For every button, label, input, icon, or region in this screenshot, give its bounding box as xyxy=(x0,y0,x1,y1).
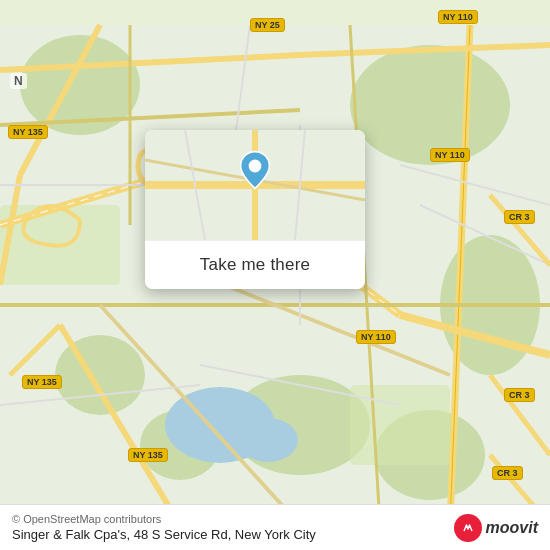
take-me-there-button[interactable]: Take me there xyxy=(145,240,365,289)
road-badge-cr3-mid: CR 3 xyxy=(504,388,535,402)
map-attribution: © OpenStreetMap contributors xyxy=(12,513,454,525)
svg-point-2 xyxy=(350,45,510,165)
map-container: NY 25 NY 110 NY 110 NY 110 CR 3 CR 3 CR … xyxy=(0,0,550,550)
road-badge-cr3-top: CR 3 xyxy=(504,210,535,224)
svg-point-47 xyxy=(249,160,262,173)
svg-point-6 xyxy=(55,335,145,415)
road-badge-cr3-bot: CR 3 xyxy=(492,466,523,480)
road-badge-ny135-bot2: NY 135 xyxy=(128,448,168,462)
bottom-bar: © OpenStreetMap contributors Singer & Fa… xyxy=(0,504,550,550)
moovit-icon xyxy=(454,514,482,542)
road-badge-ny110-mid: NY 110 xyxy=(430,148,470,162)
popup-card: Take me there xyxy=(145,130,365,289)
moovit-text: moovit xyxy=(486,519,538,537)
location-pin xyxy=(235,150,275,190)
road-badge-ny135-left: NY 135 xyxy=(8,125,48,139)
north-indicator2: N xyxy=(10,73,27,89)
popup-map-area xyxy=(145,130,365,240)
road-badge-ny110-top: NY 110 xyxy=(438,10,478,24)
location-address: Singer & Falk Cpa's, 48 S Service Rd, Ne… xyxy=(12,527,454,542)
road-badge-ny135-bot: NY 135 xyxy=(22,375,62,389)
road-badge-ny25: NY 25 xyxy=(250,18,285,32)
road-badge-ny110-bot: NY 110 xyxy=(356,330,396,344)
moovit-svg-icon xyxy=(460,520,476,536)
moovit-logo: moovit xyxy=(454,514,538,542)
svg-point-11 xyxy=(238,418,298,462)
